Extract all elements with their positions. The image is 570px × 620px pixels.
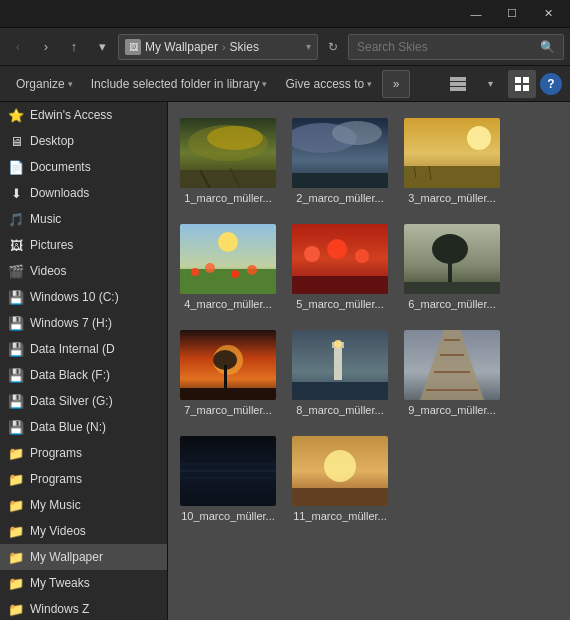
sidebar-label-music: Music [30,212,61,226]
sidebar-item-music[interactable]: 🎵Music [0,206,167,232]
sidebar-item-data-sil[interactable]: 💾Data Silver (G:) [0,388,167,414]
svg-rect-37 [404,282,500,294]
svg-point-41 [213,350,237,370]
sidebar-item-videos[interactable]: 🎬Videos [0,258,167,284]
svg-rect-33 [292,276,388,294]
give-access-button[interactable]: Give access to ▾ [277,70,380,98]
sidebar-icon-edwins-access: ⭐ [8,107,24,123]
sidebar-item-win7[interactable]: 💾Windows 7 (H:) [0,310,167,336]
svg-rect-4 [523,77,529,83]
sidebar-icon-data-int: 💾 [8,341,24,357]
sidebar-label-data-int: Data Internal (D [30,342,115,356]
view-tiles-button[interactable] [508,70,536,98]
svg-point-25 [191,268,199,276]
file-label: 2_marco_müller... [292,192,388,204]
file-item[interactable]: 4_marco_müller... [178,220,278,314]
files-grid: 1_marco_müller... 2_marco_müller... 3_ma… [178,114,560,526]
svg-point-59 [324,450,356,482]
view-chevron-button[interactable]: ▾ [476,70,504,98]
maximize-button[interactable]: ☐ [494,0,530,28]
sidebar-item-my-tweaks[interactable]: 📁My Tweaks [0,570,167,596]
file-item[interactable]: 2_marco_müller... [290,114,390,208]
file-thumbnail [292,118,388,188]
file-thumbnail [404,224,500,294]
svg-rect-6 [523,85,529,91]
file-item[interactable]: 11_marco_müller... [290,432,390,526]
svg-point-31 [327,239,347,259]
sidebar-label-documents: Documents [30,160,91,174]
file-thumbnail [180,330,276,400]
sidebar-item-windows-z[interactable]: 📁Windows Z [0,596,167,620]
sidebar-item-pictures[interactable]: 🖼Pictures [0,232,167,258]
help-button[interactable]: ? [540,73,562,95]
forward-button[interactable]: › [34,35,58,59]
sidebar-item-data-blk[interactable]: 💾Data Black (F:) [0,362,167,388]
search-input[interactable] [357,40,536,54]
include-library-button[interactable]: Include selected folder in library ▾ [83,70,276,98]
search-bar: 🔍 [348,34,564,60]
view-details-button[interactable] [444,70,472,98]
sidebar-item-data-int[interactable]: 💾Data Internal (D [0,336,167,362]
svg-rect-47 [292,382,388,400]
breadcrumb-dropdown-icon[interactable]: ▾ [306,41,311,52]
sidebar-icon-my-wallpaper: 📁 [8,549,24,565]
svg-rect-3 [515,77,521,83]
search-icon[interactable]: 🔍 [540,40,555,54]
svg-point-30 [304,246,320,262]
file-item[interactable]: 1_marco_müller... [178,114,278,208]
sidebar-label-my-tweaks: My Tweaks [30,576,90,590]
access-chevron-icon: ▾ [367,79,372,89]
sidebar-item-desktop[interactable]: 🖥Desktop [0,128,167,154]
file-item[interactable]: 10_marco_müller... [178,432,278,526]
titlebar: — ☐ ✕ [0,0,570,28]
svg-point-36 [432,234,468,264]
recent-button[interactable]: ▾ [90,35,114,59]
breadcrumb-icon: 🖼 [125,39,141,55]
breadcrumb[interactable]: 🖼 My Wallpaper › Skies ▾ [118,34,318,60]
sidebar-item-data-blue[interactable]: 💾Data Blue (N:) [0,414,167,440]
sidebar-label-data-sil: Data Silver (G:) [30,394,113,408]
sidebar-item-edwins-access[interactable]: ⭐Edwin's Access [0,102,167,128]
sidebar-label-videos: Videos [30,264,66,278]
sidebar-icon-win10: 💾 [8,289,24,305]
file-item[interactable]: 3_marco_müller... [402,114,502,208]
sidebar-item-win10[interactable]: 💾Windows 10 (C:) [0,284,167,310]
up-button[interactable]: ↑ [62,35,86,59]
sidebar-item-programs2[interactable]: 📁Programs [0,466,167,492]
file-label: 6_marco_müller... [404,298,500,310]
minimize-button[interactable]: — [458,0,494,28]
file-item[interactable]: 7_marco_müller... [178,326,278,420]
sidebar-icon-data-sil: 💾 [8,393,24,409]
sidebar-item-documents[interactable]: 📄Documents [0,154,167,180]
file-item[interactable]: 9_marco_müller... [402,326,502,420]
sidebar-icon-pictures: 🖼 [8,237,24,253]
file-label: 7_marco_müller... [180,404,276,416]
sidebar-icon-music: 🎵 [8,211,24,227]
file-item[interactable]: 8_marco_müller... [290,326,390,420]
sidebar-item-my-videos[interactable]: 📁My Videos [0,518,167,544]
svg-point-26 [205,263,215,273]
toolbar-right: ▾ ? [444,70,562,98]
back-button[interactable]: ‹ [6,35,30,59]
close-button[interactable]: ✕ [530,0,566,28]
organize-button[interactable]: Organize ▾ [8,70,81,98]
sidebar-item-my-music[interactable]: 📁My Music [0,492,167,518]
addressbar: ‹ › ↑ ▾ 🖼 My Wallpaper › Skies ▾ ↻ 🔍 [0,28,570,66]
sidebar-icon-windows-z: 📁 [8,601,24,617]
sidebar-label-windows-z: Windows Z [30,602,89,616]
sidebar: ⭐Edwin's Access🖥Desktop📄Documents⬇Downlo… [0,102,168,620]
sidebar-item-my-wallpaper[interactable]: 📁My Wallpaper [0,544,167,570]
sidebar-item-downloads[interactable]: ⬇Downloads [0,180,167,206]
sidebar-item-programs1[interactable]: 📁Programs [0,440,167,466]
sidebar-icon-desktop: 🖥 [8,133,24,149]
breadcrumb-separator: › [222,41,226,53]
toolbar: Organize ▾ Include selected folder in li… [0,66,570,102]
breadcrumb-root: My Wallpaper [145,40,218,54]
more-toolbar-button[interactable]: » [382,70,410,98]
file-item[interactable]: 6_marco_müller... [402,220,502,314]
refresh-button[interactable]: ↻ [322,36,344,58]
svg-point-23 [218,232,238,252]
file-item[interactable]: 5_marco_müller... [290,220,390,314]
svg-rect-5 [515,85,521,91]
sidebar-icon-my-music: 📁 [8,497,24,513]
